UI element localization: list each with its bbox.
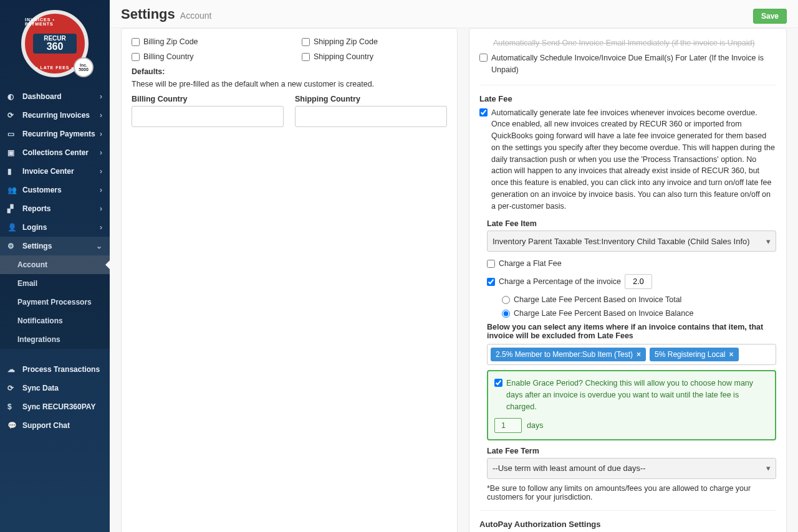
page-header: Settings Account Save <box>110 0 798 28</box>
nav-collections-center[interactable]: ▣Collections Center› <box>0 143 110 162</box>
late-fee-enable-checkbox[interactable]: Automatically generate late fee invoices… <box>479 107 776 212</box>
caret-down-icon: ▾ <box>766 463 771 473</box>
page-subtitle: Account <box>180 11 212 21</box>
late-fee-heading: Late Fee <box>479 94 776 103</box>
shipping-country-input[interactable] <box>295 106 447 127</box>
users-icon: 👥 <box>7 186 17 194</box>
charge-percent-checkbox[interactable]: Charge a Percentage of the invoice <box>487 274 652 289</box>
billing-zip-checkbox[interactable]: Billing Zip Code <box>132 37 277 46</box>
percent-balance-radio[interactable]: Charge Late Fee Percent Based on Invoice… <box>502 309 776 318</box>
chevron-right-icon: › <box>100 111 102 120</box>
grace-period-checkbox[interactable]: Enable Grace Period? Checking this will … <box>494 378 769 412</box>
limits-note: *Be sure to follow any limits on amounts… <box>487 484 776 501</box>
nav-sub-notifications[interactable]: Notifications <box>0 311 110 330</box>
chevron-right-icon: › <box>100 186 102 194</box>
dollar-icon: $ <box>7 402 17 411</box>
nav-recurring-payments[interactable]: ▭Recurring Payments› <box>0 125 110 143</box>
nav-sync-data[interactable]: ⟳Sync Data <box>0 379 110 397</box>
exclude-tag: 2.5% Member to Member:Sub Item (Test)× <box>491 348 646 361</box>
gauge-icon: ◐ <box>7 92 17 101</box>
caret-down-icon: ▾ <box>766 237 771 246</box>
autopay-heading: AutoPay Authorization Settings <box>479 520 776 529</box>
shipping-country-label: Shipping Country <box>295 95 447 103</box>
save-button[interactable]: Save <box>753 9 787 24</box>
user-plus-icon: 👤 <box>7 223 17 232</box>
nav-sub-account[interactable]: Account <box>0 255 110 274</box>
chevron-right-icon: › <box>100 92 102 101</box>
billing-country-checkbox[interactable]: Billing Country <box>132 52 277 61</box>
late-fee-item-select[interactable]: Inventory Parent Taxable Test:Inventory … <box>487 230 776 252</box>
chevron-right-icon: › <box>100 167 102 176</box>
exclude-tag: 5% Registering Local× <box>650 348 738 361</box>
chevron-down-icon: ⌄ <box>96 242 102 250</box>
late-fee-item-label: Late Fee Item <box>487 219 776 228</box>
refresh-icon: ⟳ <box>7 111 17 120</box>
nav-main: ◐Dashboard› ⟳Recurring Invoices› ▭Recurr… <box>0 87 110 255</box>
late-fee-panel: Automatically Send One Invoice Email Imm… <box>469 28 787 532</box>
shipping-zip-checkbox[interactable]: Shipping Zip Code <box>302 37 447 46</box>
sync-icon: ⟳ <box>7 384 17 392</box>
card-icon: ▭ <box>7 130 17 138</box>
percent-total-radio[interactable]: Charge Late Fee Percent Based on Invoice… <box>502 295 776 304</box>
nav-settings-sub: Account Email Payment Processors Notific… <box>0 255 110 349</box>
chart-icon: ▞ <box>7 204 17 213</box>
nav-customers[interactable]: 👥Customers› <box>0 181 110 199</box>
nav-dashboard[interactable]: ◐Dashboard› <box>0 87 110 106</box>
chevron-right-icon: › <box>100 223 102 232</box>
charge-percent-input[interactable] <box>625 274 652 289</box>
nav-logins[interactable]: 👤Logins› <box>0 218 110 237</box>
grace-period-box: Enable Grace Period? Checking this will … <box>487 370 776 440</box>
nav-invoice-center[interactable]: ▮Invoice Center› <box>0 162 110 181</box>
billing-country-label: Billing Country <box>132 95 284 103</box>
address-panel: Billing Zip Code Shipping Zip Code Billi… <box>121 28 458 532</box>
logo: INVOICES • PAYMENTS RECUR360 • LATE FEES… <box>21 10 89 77</box>
nav-support-chat[interactable]: 💬Support Chat <box>0 416 110 435</box>
defaults-heading: Defaults: <box>132 67 447 76</box>
late-fee-term-select[interactable]: --Use term with least amount of due days… <box>487 458 776 479</box>
exclude-tags-input[interactable]: 2.5% Member to Member:Sub Item (Test)× 5… <box>487 344 776 365</box>
folder-icon: ▣ <box>7 148 17 157</box>
exclude-text: Below you can select any items where if … <box>487 323 776 340</box>
nav-footer: ☁Process Transactions ⟳Sync Data $Sync R… <box>0 360 110 435</box>
charge-flat-checkbox[interactable]: Charge a Flat Fee <box>487 259 562 268</box>
file-icon: ▮ <box>7 167 17 176</box>
chat-icon: 💬 <box>7 421 17 430</box>
logo-wrap: INVOICES • PAYMENTS RECUR360 • LATE FEES… <box>0 0 110 87</box>
chevron-right-icon: › <box>100 130 102 138</box>
cloud-icon: ☁ <box>7 365 17 374</box>
tag-remove-icon[interactable]: × <box>637 350 641 359</box>
nav-recurring-invoices[interactable]: ⟳Recurring Invoices› <box>0 106 110 125</box>
grace-days-label: days <box>527 421 543 430</box>
nav-settings[interactable]: ⚙Settings⌄ <box>0 237 110 255</box>
sidebar: INVOICES • PAYMENTS RECUR360 • LATE FEES… <box>0 0 110 532</box>
billing-country-input[interactable] <box>132 106 284 127</box>
nav-sub-payment-processors[interactable]: Payment Processors <box>0 293 110 311</box>
nav-reports[interactable]: ▞Reports› <box>0 199 110 218</box>
nav-sub-email[interactable]: Email <box>0 274 110 293</box>
shipping-country-checkbox[interactable]: Shipping Country <box>302 52 447 61</box>
auto-schedule-checkbox[interactable]: Automatically Schedule Invoice/Invoice D… <box>479 52 776 76</box>
page-title: Settings <box>121 6 175 22</box>
defaults-help: These will be pre-filled as the default … <box>132 80 447 88</box>
cutoff-row: Automatically Send One Invoice Email Imm… <box>479 37 776 52</box>
grace-days-input[interactable] <box>494 418 522 433</box>
nav-process-transactions[interactable]: ☁Process Transactions <box>0 360 110 379</box>
tag-remove-icon[interactable]: × <box>729 350 734 359</box>
gear-icon: ⚙ <box>7 242 17 250</box>
nav-sync-recur360pay[interactable]: $Sync RECUR360PAY <box>0 397 110 416</box>
chevron-right-icon: › <box>100 148 102 157</box>
nav-sub-integrations[interactable]: Integrations <box>0 330 110 349</box>
chevron-right-icon: › <box>100 204 102 213</box>
late-fee-term-label: Late Fee Term <box>487 447 776 455</box>
